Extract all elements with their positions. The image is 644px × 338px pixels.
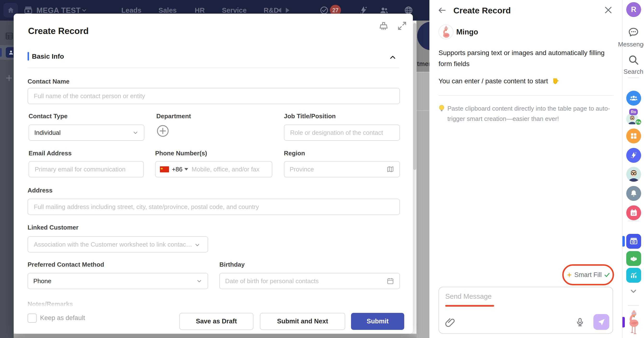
submit-and-next-button[interactable]: Submit and Next <box>260 313 345 330</box>
assistant-intro-line1: Supports parsing text or images and auto… <box>438 47 606 69</box>
group-chat-avatar[interactable]: Ro Fa <box>626 111 641 125</box>
linked-customer-label: Linked Customer <box>28 224 78 231</box>
contact-avatar[interactable] <box>626 167 641 182</box>
rail-divider <box>628 305 639 306</box>
send-plane-icon <box>598 318 605 326</box>
notifications-bell-icon[interactable] <box>626 186 641 201</box>
smart-fill-label: Smart Fill <box>574 271 602 279</box>
microphone-icon[interactable] <box>575 318 585 327</box>
tab-rd[interactable]: R&D <box>264 6 279 14</box>
dimmed-left-sidebar <box>0 20 14 338</box>
dimmed-bottom-strip <box>14 334 416 338</box>
dimmed-selected-worksheet <box>0 45 14 60</box>
workplace-app-icon[interactable] <box>626 129 641 143</box>
address-placeholder: Full mailing address including street, c… <box>34 203 259 211</box>
map-icon <box>386 166 394 173</box>
composer-placeholder: Send Message <box>445 293 492 300</box>
add-department-button[interactable] <box>156 125 169 137</box>
search-icon[interactable] <box>628 54 639 66</box>
tab-service[interactable]: Service <box>222 6 246 14</box>
birthday-input[interactable]: Date of birth for personal contacts <box>220 273 400 289</box>
search-label: Search <box>613 68 644 75</box>
messenger-bubble-icon[interactable] <box>628 26 639 38</box>
calendar-app-icon[interactable]: 22 <box>626 205 641 220</box>
dimmed-background-strip: tmen <box>416 20 430 338</box>
contacts-app-icon[interactable] <box>626 91 641 106</box>
lightbulb-icon <box>438 105 445 113</box>
home-icon <box>7 6 15 14</box>
sparkle-icon <box>566 272 572 278</box>
assistant-panel: Create Record Mingo Supports parsing tex… <box>430 0 622 338</box>
tab-sales[interactable]: Sales <box>158 6 177 14</box>
tab-hr[interactable]: HR <box>195 6 205 14</box>
contact-type-value: Individual <box>34 129 61 137</box>
clear-form-brush-icon[interactable] <box>378 21 389 32</box>
analytics-app-icon[interactable] <box>626 268 641 283</box>
linked-customer-placeholder: Association with the Customer worksheet … <box>34 241 192 248</box>
address-input[interactable]: Full mailing address including street, c… <box>28 199 400 215</box>
app-screen: MEGA TEST Leads Sales HR Service R&D 27 … <box>0 0 644 338</box>
phone-input[interactable]: +86 Mobile, office, and/or fax <box>155 161 272 177</box>
keep-default-checkbox[interactable] <box>28 314 37 323</box>
attachment-paperclip-icon[interactable] <box>445 318 455 328</box>
messenger-label: Messenger <box>613 41 644 48</box>
send-button[interactable] <box>594 314 609 330</box>
email-label: Email Address <box>28 150 72 157</box>
rail-divider <box>628 78 639 78</box>
badge-ro: Ro <box>629 109 638 115</box>
blocks-app-icon[interactable] <box>626 251 641 266</box>
region-placeholder: Province <box>290 166 314 173</box>
calendar-icon <box>386 277 394 285</box>
keep-default-label: Keep as default <box>40 314 85 322</box>
profile-avatar[interactable]: R <box>626 2 641 17</box>
back-arrow-icon[interactable] <box>438 6 447 15</box>
section-collapse-chevron-up-icon[interactable] <box>389 54 396 61</box>
dial-code[interactable]: +86 <box>172 166 182 173</box>
preferred-contact-select[interactable]: Phone <box>28 273 208 289</box>
dimmed-table-line <box>416 110 430 111</box>
china-flag-icon[interactable] <box>160 166 169 172</box>
preferred-contact-label: Preferred Contact Method <box>28 261 104 268</box>
email-placeholder: Primary email for communication <box>35 166 126 173</box>
assistant-intro-line2: You can enter / paste content to start <box>438 76 606 87</box>
base-money-app-icon[interactable] <box>626 234 641 249</box>
badge-fa: Fa <box>635 119 642 125</box>
chevron-down-icon <box>194 242 200 248</box>
expand-modal-icon[interactable] <box>397 21 407 31</box>
selection-indicator <box>0 48 2 57</box>
modal-scrollbar[interactable] <box>413 23 416 170</box>
svg-text:22: 22 <box>632 212 635 215</box>
panel-title: Create Record <box>454 6 511 15</box>
email-input[interactable]: Primary email for communication <box>28 161 144 177</box>
workspace-chevron-down-icon[interactable] <box>81 7 87 13</box>
panel-divider <box>438 95 614 96</box>
submit-button[interactable]: Submit <box>351 313 404 330</box>
assistant-tip: Paste clipboard content directly into th… <box>438 103 611 124</box>
chevron-down-icon <box>196 278 202 284</box>
linked-customer-input[interactable]: Association with the Customer worksheet … <box>28 236 208 253</box>
mingo-mascot[interactable] <box>625 309 642 336</box>
active-assistant-indicator <box>622 317 625 328</box>
region-input[interactable]: Province <box>284 161 400 177</box>
create-record-modal: Create Record Basic Info Contact Name Fu… <box>14 14 413 334</box>
active-app-indicator <box>622 236 625 247</box>
close-icon[interactable] <box>604 5 613 15</box>
tab-leads[interactable]: Leads <box>121 6 142 14</box>
pointing-down-icon <box>552 77 559 84</box>
tabs-scroll-right-icon[interactable] <box>286 8 290 13</box>
rail-chevron-down-icon[interactable] <box>629 287 638 295</box>
chevron-down-icon <box>132 130 138 136</box>
message-composer[interactable]: Send Message <box>438 287 613 334</box>
app-rail: R Messenger Search Ro Fa 2 <box>622 0 644 338</box>
job-title-input[interactable]: Role or designation of the contact <box>284 125 400 141</box>
save-as-draft-button[interactable]: Save as Draft <box>179 313 254 330</box>
rail-divider <box>628 221 639 221</box>
contact-type-select[interactable]: Individual <box>28 125 144 141</box>
contact-name-input[interactable]: Full name of the contact person or entit… <box>28 88 400 104</box>
job-title-label: Job Title/Position <box>284 113 336 120</box>
dial-code-caret-icon[interactable] <box>184 168 188 170</box>
smart-fill-highlight[interactable]: Smart Fill <box>562 264 614 285</box>
modal-footer: Keep as default Save as Draft Submit and… <box>14 291 413 334</box>
tabs-scroll-left-icon[interactable] <box>278 8 281 13</box>
automation-app-icon[interactable] <box>626 148 641 163</box>
